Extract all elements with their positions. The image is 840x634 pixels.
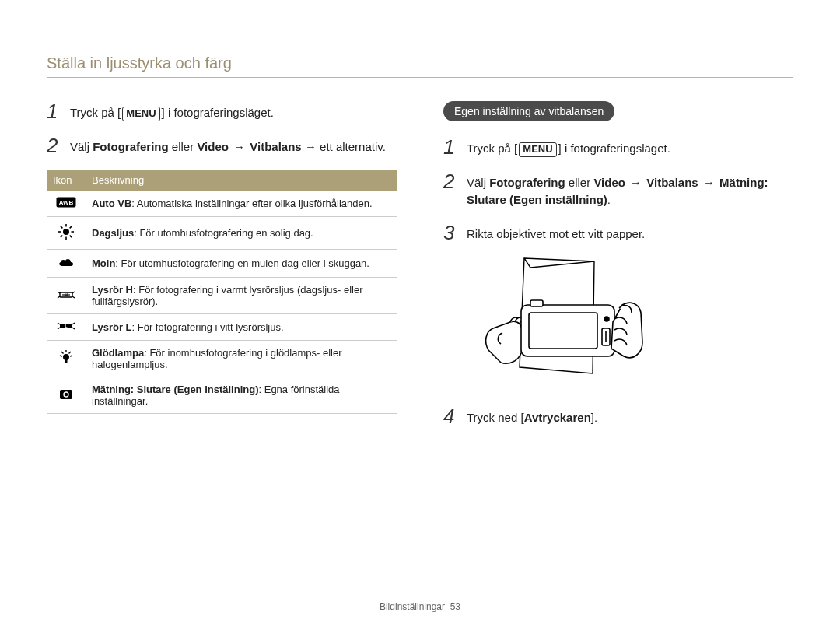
page-footer: Bildinställningar 53	[0, 601, 840, 612]
row-desc: : För fotografering i varmt lysrörsljus …	[92, 284, 362, 307]
svg-rect-25	[65, 359, 68, 363]
table-row: Mätning: Slutare (Egen inställning): Egn…	[47, 377, 397, 414]
svg-line-14	[58, 296, 60, 298]
svg-line-30	[69, 352, 72, 354]
breadcrumb: Ställa in ljusstyrka och färg	[47, 54, 793, 78]
step-number: 4	[443, 406, 459, 426]
svg-line-10	[61, 236, 63, 238]
text: Välj	[467, 176, 489, 189]
right-step-2: 2 Välj Fotografering eller Video → Vitba…	[443, 171, 793, 208]
svg-line-15	[72, 292, 75, 293]
section-pill: Egen inställning av vitbalansen	[443, 101, 614, 121]
svg-point-36	[604, 317, 609, 321]
text-bold: Video	[197, 140, 229, 153]
menu-button-label: MENU	[122, 107, 159, 121]
text: eller	[169, 140, 198, 153]
right-step-4: 4 Tryck ned [Avtryckaren].	[443, 406, 793, 426]
svg-point-24	[63, 354, 69, 360]
table-row: Moln: För utomhusfotografering en mulen …	[47, 250, 397, 278]
text: Välj	[70, 140, 93, 153]
left-step-1: 1 Tryck på [MENU] i fotograferingsläget.	[47, 101, 397, 121]
table-row: AWB Auto VB: Automatiska inställningar e…	[47, 191, 397, 217]
svg-line-28	[70, 356, 72, 356]
custom-measure-icon	[58, 388, 74, 403]
text: .	[607, 193, 611, 206]
svg-point-2	[63, 229, 69, 235]
step-number: 3	[443, 222, 459, 243]
bulb-icon	[58, 349, 74, 369]
svg-line-9	[70, 226, 72, 229]
svg-rect-31	[60, 390, 72, 399]
arrow-icon: →	[230, 140, 248, 153]
text: ].	[591, 411, 597, 424]
text: Tryck på [	[70, 106, 121, 119]
cloud-icon	[57, 256, 75, 271]
step-number: 1	[443, 137, 459, 157]
step-number: 2	[443, 171, 459, 191]
text: Tryck ned [	[467, 411, 524, 424]
row-desc: : För utomhusfotografering en solig dag.	[134, 227, 313, 239]
text-bold: Avtryckaren	[524, 411, 591, 424]
row-label: Auto VB	[92, 198, 131, 209]
row-label: Lysrör H	[92, 284, 133, 296]
step-number: 1	[47, 101, 62, 121]
row-label: Dagsljus	[92, 227, 134, 239]
svg-line-8	[70, 236, 72, 238]
arrow-icon: →	[700, 176, 718, 189]
table-row: Dagsljus: För utomhusfotografering en so…	[47, 217, 397, 250]
svg-rect-34	[529, 313, 597, 349]
row-label: Glödlampa	[92, 347, 144, 359]
step-number: 2	[47, 135, 62, 156]
svg-text:H: H	[65, 292, 68, 297]
left-step-2: 2 Välj Fotografering eller Video → Vitba…	[47, 135, 397, 156]
text: Rikta objektivet mot ett vitt papper.	[467, 222, 793, 243]
table-row: H Lysrör H: För fotografering i varmt ly…	[47, 278, 397, 314]
text-bold: Vitbalans	[646, 176, 698, 189]
svg-line-22	[72, 328, 75, 329]
right-step-1: 1 Tryck på [MENU] i fotograferingsläget.	[443, 137, 793, 157]
right-column: Egen inställning av vitbalansen 1 Tryck …	[443, 101, 793, 440]
fluorescent-h-icon: H	[56, 289, 76, 303]
text: ] i fotograferingsläget.	[558, 142, 670, 155]
table-row: L Lysrör L: För fotografering i vitt lys…	[47, 314, 397, 341]
left-column: 1 Tryck på [MENU] i fotograferingsläget.…	[47, 101, 397, 440]
row-label: Mätning: Slutare (Egen inställning)	[92, 384, 259, 395]
text-bold: Video	[593, 176, 625, 189]
svg-line-29	[61, 352, 64, 354]
arrow-icon: →	[627, 176, 645, 189]
svg-rect-35	[530, 300, 543, 306]
svg-text:AWB: AWB	[59, 199, 74, 206]
svg-line-16	[72, 296, 75, 298]
awb-icon: AWB	[56, 197, 76, 210]
camera-hands-illustration	[470, 257, 793, 392]
text: eller	[565, 176, 594, 189]
row-desc: : För fotografering i vitt lysrörsljus.	[132, 321, 284, 333]
row-desc: : För utomhusfotografering en mulen dag …	[115, 257, 369, 269]
sun-icon	[58, 223, 75, 243]
footer-section-label: Bildinställningar	[380, 601, 445, 612]
row-label: Moln	[92, 257, 115, 269]
svg-text:L: L	[65, 324, 67, 328]
text: Tryck på [	[467, 142, 517, 155]
table-header-desc: Beskrivning	[86, 170, 397, 191]
footer-page-number: 53	[450, 601, 460, 612]
menu-button-label: MENU	[519, 142, 556, 157]
svg-line-7	[61, 226, 63, 229]
table-row: Glödlampa: För inomhusfotografering i gl…	[47, 341, 397, 377]
svg-line-21	[72, 323, 75, 324]
row-desc: : Automatiska inställningar efter olika …	[131, 198, 372, 209]
svg-line-13	[58, 292, 60, 293]
svg-line-27	[60, 356, 62, 356]
table-header-icon: Ikon	[47, 170, 86, 191]
white-balance-table: Ikon Beskrivning AWB Auto VB: Automatisk…	[47, 170, 397, 414]
text-bold: Fotografering	[93, 140, 169, 153]
svg-line-19	[58, 323, 60, 324]
fluorescent-l-icon: L	[56, 321, 76, 334]
row-label: Lysrör L	[92, 321, 132, 333]
svg-line-20	[58, 328, 60, 329]
text-bold: Vitbalans	[250, 140, 301, 153]
text-bold: Fotografering	[489, 176, 565, 189]
text: → ett alternativ.	[302, 140, 386, 153]
right-step-3: 3 Rikta objektivet mot ett vitt papper.	[443, 222, 793, 243]
text: ] i fotograferingsläget.	[162, 106, 274, 119]
